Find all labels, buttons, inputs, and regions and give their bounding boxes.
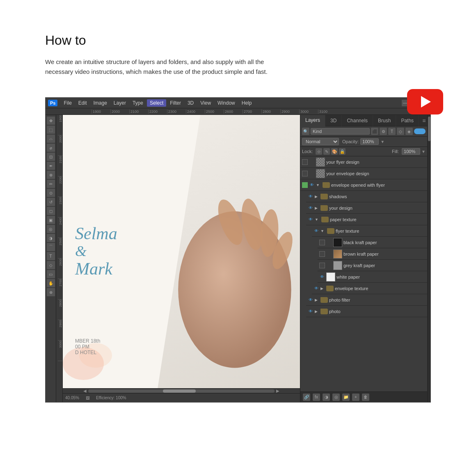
tool-gradient[interactable]: ▣ [47,216,55,224]
layer-item-envelope-texture[interactable]: 👁 ▶ envelope texture [312,283,427,294]
tool-path[interactable]: ◇ [47,261,55,269]
layer-item-photo[interactable]: 👁 ▶ photo [306,306,427,317]
fill-dropdown-arrow[interactable]: ▼ [421,149,426,154]
search-icon[interactable]: 🔍 [302,128,309,135]
lock-pixel-icon[interactable]: ✎ [323,148,330,155]
filter-dropdown[interactable]: Kind [311,128,370,135]
mask-button[interactable]: ◑ [323,394,330,401]
tool-heal[interactable]: ⊕ [47,171,55,179]
layer-eye-13[interactable]: 👁 [308,297,314,303]
layer-eye-6[interactable]: 👁 [308,217,314,222]
layer-vis-9[interactable] [319,251,325,257]
tool-pen[interactable]: ⌒ [47,243,55,251]
layer-expand-arrow-4[interactable]: ▶ [315,195,318,199]
opacity-dropdown-arrow[interactable]: ▼ [380,140,384,144]
tab-paths[interactable]: Paths [396,115,419,126]
menu-edit[interactable]: Edit [76,99,90,107]
layer-item-white-paper[interactable]: 👁 white paper [318,271,427,283]
filter-shape-icon[interactable]: ◇ [397,128,404,135]
layer-collapse-arrow-7[interactable]: ▼ [320,229,324,233]
layer-item-flyer-texture[interactable]: 👁 ▼ flyer texture [312,225,427,237]
menu-3d[interactable]: 3D [185,99,197,107]
fill-value[interactable]: 100% [402,148,420,155]
layer-visibility-checkbox-2[interactable] [302,171,308,176]
tool-wand[interactable]: ⌀ [47,144,55,152]
tool-text[interactable]: T [47,252,55,260]
layer-item-envelope-folder[interactable]: 👁 ▼ envelope opened with flyer [300,179,427,191]
tool-lasso[interactable]: ⌓ [47,135,55,143]
horizontal-scrollbar[interactable]: ◀ ▶ [63,388,300,393]
layer-visibility-checkbox-3[interactable] [302,182,308,188]
menu-filter[interactable]: Filter [167,99,184,107]
layer-eye-3[interactable]: 👁 [309,182,315,188]
menu-layer[interactable]: Layer [111,99,129,107]
layer-eye-1[interactable] [309,159,315,165]
layer-eye-9[interactable] [326,251,332,257]
lock-position-icon[interactable]: ⊹ [316,148,322,155]
tab-channels[interactable]: Channels [342,115,373,126]
lock-art-icon[interactable]: 🎨 [331,148,338,155]
layer-item-paper-texture[interactable]: 👁 ▼ paper texture [306,214,427,225]
layer-eye-10[interactable] [326,263,332,268]
layer-collapse-arrow-6[interactable]: ▼ [315,217,318,222]
menu-window[interactable]: Window [215,99,238,107]
layer-item-brown-kraft[interactable]: brown kraft paper [318,248,427,260]
layer-item-envelope-design[interactable]: your envelope design [300,168,427,179]
layer-eye-7[interactable]: 👁 [314,228,319,234]
layer-item-photo-filter[interactable]: 👁 ▶ photo filter [306,294,427,306]
tab-3d[interactable]: 3D [325,115,342,126]
tool-crop[interactable]: ⊡ [47,153,55,161]
menu-type[interactable]: Type [130,99,146,107]
tool-history[interactable]: ↺ [47,198,55,206]
layer-eye-8[interactable] [326,240,332,245]
layer-vis-10[interactable] [319,263,325,268]
layer-item-flyer-design[interactable]: your flyer design [300,156,427,168]
filter-text-icon[interactable]: T [388,128,396,135]
tool-stamp[interactable]: ⊙ [47,189,55,197]
scroll-thumb-h[interactable] [163,389,196,393]
tool-blur[interactable]: ◎ [47,225,55,233]
menu-select[interactable]: Select [147,99,166,107]
tool-dodge[interactable]: ◑ [47,234,55,242]
filter-toggle[interactable] [414,128,426,134]
tab-brush[interactable]: Brush [373,115,396,126]
tool-shape[interactable]: ▭ [47,270,55,278]
tool-eyedropper[interactable]: ✒ [47,162,55,170]
layer-item-black-kraft[interactable]: black kraft paper [318,237,427,248]
delete-layer-button[interactable]: 🗑 [362,394,369,401]
panel-scrollbar[interactable] [427,115,430,402]
new-group-button[interactable]: 📁 [342,394,350,401]
tool-move[interactable]: ✥ [47,117,55,125]
tab-layers[interactable]: Layers [300,115,325,126]
layer-eye-14[interactable]: 👁 [308,309,314,314]
filter-smart-icon[interactable]: ◈ [405,128,413,135]
adjustment-button[interactable]: ◎ [332,394,340,401]
layer-collapse-arrow-3[interactable]: ▼ [316,183,320,187]
youtube-button[interactable] [407,89,443,114]
tool-eraser[interactable]: ◻ [47,207,55,215]
tool-zoom[interactable]: ⊕ [47,288,55,296]
menu-help[interactable]: Help [239,99,255,107]
tool-brush[interactable]: ✏ [47,180,55,188]
layer-item-shadows[interactable]: 👁 ▶ shadows [306,191,427,202]
tool-select[interactable]: ⬚ [47,126,55,134]
layer-eye-2[interactable] [309,171,315,176]
layer-eye-12[interactable]: 👁 [314,286,319,291]
opacity-value[interactable]: 100% [360,138,379,145]
layer-vis-8[interactable] [319,240,325,245]
layer-item-your-design[interactable]: 👁 ▶ your design [306,202,427,214]
menu-view[interactable]: View [197,99,214,107]
filter-adjust-icon[interactable]: ⚙ [380,128,387,135]
menu-file[interactable]: File [61,99,74,107]
fx-button[interactable]: fx [313,394,320,401]
link-layers-button[interactable]: 🔗 [303,394,310,401]
tool-hand[interactable]: ✋ [47,279,55,287]
canvas[interactable]: Selma & Mark MBER 18th 00 PM D HOTEL [63,115,300,388]
layer-expand-arrow-14[interactable]: ▶ [315,309,318,314]
blend-mode-dropdown[interactable]: Normal [302,138,339,145]
scroll-track-h[interactable] [88,389,275,393]
layer-expand-arrow-13[interactable]: ▶ [315,298,318,302]
filter-pixel-icon[interactable]: ⬛ [371,128,378,135]
layer-eye-5[interactable]: 👁 [308,205,314,211]
layer-visibility-checkbox-1[interactable] [302,159,308,165]
